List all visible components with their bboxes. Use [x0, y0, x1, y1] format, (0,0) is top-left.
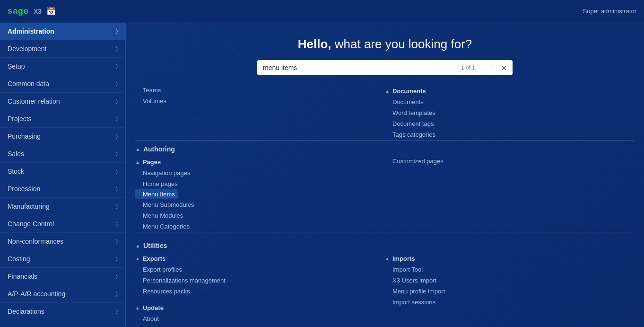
sidebar-item-non-conformances[interactable]: Non-conformances 〉 [0, 233, 125, 250]
authoring-label: Authoring [143, 145, 175, 153]
tags-categories-item[interactable]: Tags categories [385, 129, 625, 140]
menu-categories-item[interactable]: Menu Categories [135, 221, 375, 232]
personalizations-management-item[interactable]: Personalizations management [135, 275, 375, 286]
imports-column: ▲ Imports Import Tool X3 Users import Me… [385, 252, 635, 324]
menu-modules-item[interactable]: Menu Modules [135, 210, 375, 221]
chevron-right-icon: 〉 [116, 45, 118, 52]
menu-content: Teams Volumes ▲ Documents Documents Word… [126, 85, 644, 327]
sidebar-item-label: Manufacturing [8, 203, 50, 210]
sidebar-item-sales[interactable]: Sales 〉 [0, 145, 125, 163]
toggle-up-icon: ▲ [135, 305, 140, 310]
sidebar-item-label: Non-conformances [8, 238, 63, 245]
documents-item[interactable]: Documents [385, 97, 625, 107]
resources-packs-item[interactable]: Resources packs [135, 286, 375, 297]
sidebar-item-projects[interactable]: Projects 〉 [0, 110, 125, 128]
sidebar-item-label: Stock [8, 168, 24, 175]
menu-items-item[interactable]: Menu Items [135, 189, 178, 199]
menu-submodules-item[interactable]: Menu Submodules [135, 199, 375, 210]
sidebar-item-change-control[interactable]: Change Control 〉 [0, 215, 125, 233]
sidebar-item-label: Financials [8, 273, 37, 280]
toggle-up-icon: ▲ [385, 88, 390, 94]
chevron-right-icon: 〉 [116, 308, 118, 315]
sidebar-item-development[interactable]: Development 〉 [0, 40, 125, 58]
search-close-button[interactable]: ✕ [501, 63, 507, 72]
toggle-up-icon: ▲ [135, 159, 140, 165]
sidebar-item-customer-relation[interactable]: Customer relation 〉 [0, 93, 125, 110]
update-label: Update [143, 304, 164, 311]
home-pages-item[interactable]: Home pages [135, 178, 375, 189]
import-tool-item[interactable]: Import Tool [385, 264, 625, 275]
word-templates-item[interactable]: Word templates [385, 107, 625, 118]
header: sage X3 📅 Super administrator [0, 0, 644, 23]
documents-subsection-header[interactable]: ▲ Documents [385, 85, 625, 97]
sidebar-item-manufacturing[interactable]: Manufacturing 〉 [0, 198, 125, 215]
sidebar-item-label: Development [8, 45, 47, 53]
chevron-right-icon: 〉 [116, 98, 118, 105]
utilities-section: ▲ Utilities ▲ Exports Export profiles Pe… [135, 232, 635, 324]
documents-column: ▲ Documents Documents Word templates Doc… [385, 85, 635, 140]
search-bar: 1 of 1 ˅ ˄ ✕ [257, 60, 513, 75]
sidebar-item-setup[interactable]: Setup 〉 [0, 58, 125, 75]
sidebar-item-label: Declarations [8, 308, 44, 315]
authoring-section-header[interactable]: ▲ Authoring [135, 141, 635, 156]
exports-label: Exports [143, 255, 165, 262]
search-next-button[interactable]: ˅ [479, 63, 486, 72]
chevron-right-icon: 〉 [116, 273, 118, 280]
chevron-right-icon: 〉 [116, 186, 118, 192]
authoring-section-body: ▲ Pages Navigation pages Home pages Menu… [135, 156, 635, 232]
teams-menu-item[interactable]: Teams [135, 85, 375, 96]
exports-subsection-header[interactable]: ▲ Exports [135, 252, 375, 264]
sidebar-item-common-data[interactable]: Common data 〉 [0, 75, 125, 93]
sidebar-item-label: Sales [8, 150, 24, 158]
chevron-right-icon: 〉 [116, 63, 118, 70]
search-area: Hello, what are you looking for? 1 of 1 … [126, 23, 644, 85]
chevron-right-icon: 〉 [116, 203, 118, 210]
import-sessions-item[interactable]: Import sessions [385, 297, 625, 308]
x3-users-import-item[interactable]: X3 Users import [385, 275, 625, 286]
menu-profile-import-item[interactable]: Menu profile import [385, 286, 625, 297]
sidebar-item-procession[interactable]: Procession 〉 [0, 180, 125, 198]
pages-subsection-label: Pages [143, 159, 161, 166]
update-subsection-header[interactable]: ▲ Update [135, 301, 375, 313]
sidebar-item-label: Projects [8, 115, 32, 123]
utilities-label: Utilities [143, 242, 167, 249]
search-input[interactable] [263, 64, 457, 71]
customized-pages-column: Customized pages [385, 156, 635, 232]
chevron-right-icon: 〉 [116, 28, 118, 35]
header-left: sage X3 📅 [8, 6, 56, 16]
sidebar-item-label: Administration [8, 27, 54, 35]
utilities-section-header[interactable]: ▲ Utilities [135, 237, 635, 252]
sidebar-item-ap-ar-accounting[interactable]: A/P-A/R accounting 〉 [0, 285, 125, 303]
calendar-icon[interactable]: 📅 [46, 7, 56, 16]
chevron-right-icon: 〉 [116, 238, 118, 245]
imports-subsection-header[interactable]: ▲ Imports [385, 252, 625, 264]
export-profiles-item[interactable]: Export profiles [135, 264, 375, 275]
sidebar-item-stock[interactable]: Stock 〉 [0, 163, 125, 180]
search-prev-button[interactable]: ˄ [490, 63, 497, 72]
exports-column: ▲ Exports Export profiles Personalizatio… [135, 252, 385, 324]
customized-pages-item[interactable]: Customized pages [385, 156, 625, 167]
pages-column: ▲ Pages Navigation pages Home pages Menu… [135, 156, 385, 232]
documents-section: Teams Volumes ▲ Documents Documents Word… [135, 85, 635, 140]
search-subtitle: what are you looking for? [331, 37, 472, 51]
sidebar-item-declarations[interactable]: Declarations 〉 [0, 303, 125, 320]
volumes-menu-item[interactable]: Volumes [135, 96, 375, 106]
sidebar-item-costing[interactable]: Costing 〉 [0, 250, 125, 268]
sidebar-item-financials[interactable]: Financials 〉 [0, 268, 125, 285]
sidebar-item-label: Purchasing [8, 133, 41, 140]
chevron-right-icon: 〉 [116, 150, 118, 157]
toggle-up-icon: ▲ [385, 256, 390, 261]
sidebar-item-administration[interactable]: Administration 〉 [0, 23, 125, 40]
sidebar-item-label: Procession [8, 185, 40, 193]
sidebar-item-label: A/P-A/R accounting [8, 290, 65, 298]
about-item[interactable]: About [135, 313, 375, 324]
sidebar-item-purchasing[interactable]: Purchasing 〉 [0, 128, 125, 145]
toggle-up-icon: ▲ [135, 146, 140, 152]
authoring-section: ▲ Authoring ▲ Pages Navigation pages Hom… [135, 140, 635, 232]
toggle-up-icon: ▲ [135, 243, 140, 248]
sage-logo: sage [8, 6, 29, 16]
navigation-pages-item[interactable]: Navigation pages [135, 168, 375, 178]
document-tags-item[interactable]: Document tags [385, 118, 625, 129]
x3-label: X3 [34, 8, 42, 15]
pages-subsection-header[interactable]: ▲ Pages [135, 156, 375, 168]
